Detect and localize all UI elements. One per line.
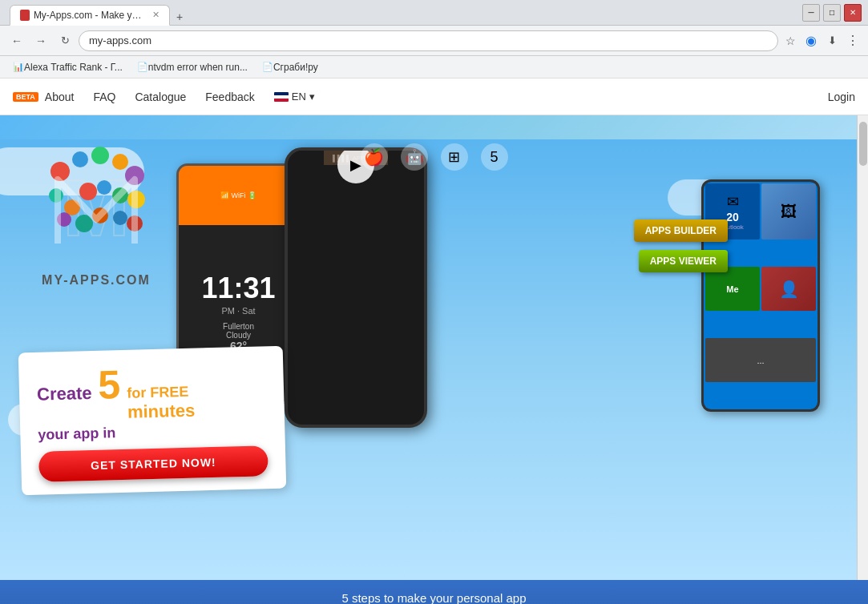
- forward-btn[interactable]: →: [30, 30, 51, 51]
- nav-bar: ← → ↻ ☆ ◉ ⬇ ⋮: [0, 26, 868, 56]
- maximize-btn[interactable]: □: [823, 4, 841, 22]
- reload-btn[interactable]: ↻: [55, 30, 75, 51]
- flag-icon: [274, 92, 289, 102]
- win-another-tile: 👤: [761, 267, 816, 311]
- minimize-btn[interactable]: ─: [802, 4, 820, 22]
- html5-icon: 5: [481, 143, 508, 171]
- cta-number: 5: [98, 364, 121, 405]
- bookmark-ntvdm[interactable]: 📄 ntvdm error when run...: [131, 60, 254, 74]
- bookmark-sgrabi-icon: 📄: [262, 62, 273, 72]
- nav-feedback[interactable]: Feedback: [205, 91, 254, 103]
- address-bar[interactable]: [79, 30, 778, 51]
- win-me-tile: Me: [705, 267, 760, 311]
- new-tab-btn[interactable]: +: [172, 9, 188, 25]
- get-started-btn[interactable]: GET STARTED NOW!: [38, 445, 268, 481]
- svg-point-2: [72, 151, 88, 167]
- cta-card: Create 5 for FREE minutes your app in GE…: [18, 346, 287, 496]
- bookmark-alexa-icon: 📊: [13, 62, 24, 72]
- bookmark-alexa-label: Alexa Traffic Rank - Г...: [24, 62, 123, 73]
- apps-builder-btn[interactable]: APPS BUILDER: [634, 219, 728, 242]
- logo-area: M MY-APPS.COM: [40, 139, 152, 288]
- nav-icons: ☆ ◉ ⬇ ⋮: [781, 32, 862, 50]
- tab-close-btn[interactable]: ✕: [152, 10, 159, 20]
- scrollbar[interactable]: [857, 115, 868, 580]
- svg-point-3: [91, 147, 109, 164]
- bookmark-sgrabi[interactable]: 📄 Сграби!ру: [256, 60, 325, 74]
- title-bar: My-Apps.com - Make your ov... ✕ + ─ □ ✕: [0, 0, 868, 26]
- bookmark-alexa[interactable]: 📊 Alexa Traffic Rank - Г...: [6, 60, 129, 74]
- cta-text-block: Create 5 for FREE minutes: [36, 360, 267, 425]
- site-nav-links: About FAQ Catalogue Feedback EN ▾: [45, 91, 315, 103]
- bookmark-ntvdm-label: ntvdm error when run...: [148, 62, 248, 73]
- scrollbar-thumb[interactable]: [859, 122, 867, 166]
- svg-point-4: [112, 154, 128, 170]
- cta-create-text: Create: [37, 383, 92, 405]
- logo-svg: M: [40, 139, 152, 264]
- menu-icon[interactable]: ⋮: [844, 32, 862, 50]
- extension-icon[interactable]: ⬇: [823, 32, 841, 50]
- apps-viewer-btn[interactable]: APPS VIEWER: [639, 250, 728, 272]
- lang-label: EN: [292, 91, 306, 103]
- nav-login[interactable]: Login: [828, 91, 855, 103]
- hero-section: M MY-APPS.COM: [0, 115, 868, 580]
- android-status-bar: 📶 WiFi 🔋: [179, 166, 298, 225]
- steps-title: 5 steps to make your personal app: [16, 591, 852, 604]
- platform-icons: 🍎 🤖 ⊞ 5: [361, 143, 508, 171]
- windows-screen: ✉ 20 Outlook 🖼 Me 👤 ...: [704, 182, 818, 409]
- bookmark-sgrabi-label: Сграби!ру: [273, 62, 318, 73]
- nav-faq[interactable]: FAQ: [93, 91, 115, 103]
- svg-point-8: [79, 183, 97, 200]
- bookmarks-bar: 📊 Alexa Traffic Rank - Г... 📄 ntvdm erro…: [0, 56, 868, 79]
- windows-phone: ✉ 20 Outlook 🖼 Me 👤 ...: [701, 179, 820, 412]
- close-btn[interactable]: ✕: [844, 4, 862, 22]
- lang-selector[interactable]: EN ▾: [274, 91, 315, 103]
- browser-chrome: My-Apps.com - Make your ov... ✕ + ─ □ ✕ …: [0, 0, 868, 79]
- bookmark-ntvdm-icon: 📄: [137, 62, 148, 72]
- win-more-tile: ...: [705, 338, 816, 382]
- ios-icon: 🍎: [361, 143, 388, 171]
- profile-icon[interactable]: ◉: [802, 32, 820, 50]
- nav-catalogue[interactable]: Catalogue: [135, 91, 186, 103]
- iphone: ▌▌▌▌ APPS 🔋 ▶: [285, 147, 427, 428]
- back-btn[interactable]: ←: [6, 30, 27, 51]
- cta-forfree: for FREE: [127, 384, 195, 402]
- lang-chevron: ▾: [309, 91, 315, 103]
- tab-label: My-Apps.com - Make your ov...: [34, 10, 146, 21]
- logo-text: MY-APPS.COM: [40, 273, 152, 288]
- svg-point-15: [113, 211, 127, 225]
- win-photo-tile: 🖼: [761, 183, 816, 240]
- bookmark-icon[interactable]: ☆: [781, 32, 799, 50]
- svg-point-9: [97, 180, 111, 195]
- window-controls: ─ □ ✕: [802, 4, 862, 22]
- beta-badge: BETA: [13, 92, 38, 102]
- steps-section: 5 steps to make your personal app ☰ Choo…: [0, 580, 868, 604]
- nav-about[interactable]: About: [45, 91, 75, 103]
- android-icon: 🤖: [401, 143, 428, 171]
- cta-minutes: minutes: [127, 401, 196, 423]
- site-nav: BETA About FAQ Catalogue Feedback EN ▾ L…: [0, 79, 868, 115]
- website-content: BETA About FAQ Catalogue Feedback EN ▾ L…: [0, 79, 868, 604]
- windows-icon: ⊞: [441, 143, 468, 171]
- active-tab[interactable]: My-Apps.com - Make your ov... ✕: [10, 5, 170, 26]
